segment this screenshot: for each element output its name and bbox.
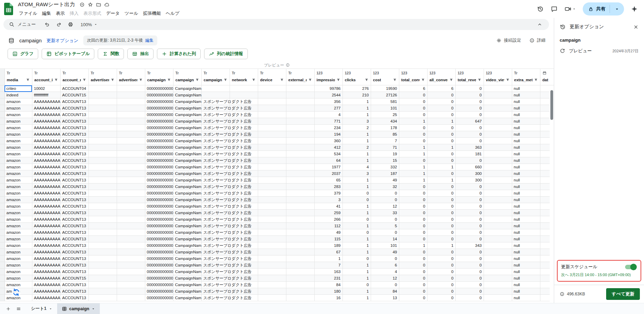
cell[interactable]: CampaignName_ xyxy=(173,269,201,275)
cell[interactable]: amazon xyxy=(4,210,32,216)
cell[interactable]: 1 xyxy=(399,164,427,170)
cell[interactable]: 0 xyxy=(427,255,455,262)
menu-item[interactable]: ファイル xyxy=(17,10,40,17)
cell[interactable]: CampaignName_ xyxy=(173,288,201,295)
cell[interactable]: amazon xyxy=(4,170,32,177)
cell[interactable]: 27126 xyxy=(371,92,399,98)
status-circle-icon[interactable] xyxy=(80,2,85,7)
cell[interactable]: 0000000000000 xyxy=(145,210,173,216)
cell[interactable]: 5 xyxy=(371,223,399,229)
cell[interactable] xyxy=(117,85,145,92)
cell[interactable] xyxy=(117,262,145,269)
cell[interactable]: CampaignName_ xyxy=(173,197,201,203)
connection-settings-button[interactable]: 接続設定 xyxy=(496,38,521,43)
cell[interactable]: 0 xyxy=(455,269,484,275)
cell[interactable]: 0 xyxy=(455,295,484,301)
cell[interactable]: 581 xyxy=(371,98,399,105)
cell[interactable]: 0000000000001 xyxy=(145,249,173,255)
cell[interactable] xyxy=(117,151,145,157)
cell[interactable]: 2037 xyxy=(314,170,342,177)
cell[interactable]: スポンサープロダクト広告 xyxy=(201,210,230,216)
cell[interactable]: CampaignName_ xyxy=(173,125,201,131)
cell[interactable] xyxy=(117,229,145,236)
cell[interactable]: 0 xyxy=(371,216,399,223)
cell[interactable] xyxy=(484,249,512,255)
cell[interactable]: AAAAAAAAAAAA xyxy=(32,236,60,242)
cell[interactable]: 4 xyxy=(314,112,342,118)
cell[interactable]: 0 xyxy=(399,288,427,295)
cell[interactable]: スポンサープロダクト広告 xyxy=(201,197,230,203)
cell[interactable] xyxy=(484,164,512,170)
cell[interactable]: 0 xyxy=(427,229,455,236)
cell[interactable] xyxy=(258,85,286,92)
cell[interactable]: null xyxy=(512,262,540,269)
cell[interactable] xyxy=(286,262,314,269)
cell[interactable]: 0000000000001 xyxy=(145,262,173,269)
cell[interactable] xyxy=(286,255,314,262)
cell[interactable]: 1 xyxy=(342,184,371,190)
cell[interactable]: ACCOUNT13 xyxy=(60,112,88,118)
cell[interactable]: 19590 xyxy=(371,85,399,92)
cell[interactable]: 7 xyxy=(314,262,342,269)
refresh-options-link[interactable]: 更新オプション xyxy=(46,38,78,44)
cell[interactable]: amazon xyxy=(4,262,32,269)
cell[interactable]: amazon xyxy=(4,190,32,197)
cell[interactable]: 0 xyxy=(399,112,427,118)
cell[interactable] xyxy=(286,282,314,288)
cell[interactable]: スポンサープロダクト広告 xyxy=(201,229,230,236)
cell[interactable]: スポンサープロダクト広告 xyxy=(201,138,230,144)
cell[interactable]: 0 xyxy=(427,203,455,210)
cell[interactable]: 0 xyxy=(455,223,484,229)
cell[interactable] xyxy=(484,288,512,295)
cell[interactable] xyxy=(88,105,117,112)
cell[interactable]: 0 xyxy=(455,236,484,242)
cell[interactable]: 16 xyxy=(314,295,342,301)
cell[interactable] xyxy=(88,242,117,249)
cell[interactable]: スポンサープロダクト広告 xyxy=(201,151,230,157)
cell[interactable]: AAAAAAAAAAAA xyxy=(32,203,60,210)
filter-icon[interactable] xyxy=(308,78,312,82)
cell[interactable]: 12 xyxy=(371,203,399,210)
cell[interactable]: スポンサープロダクト広告 xyxy=(201,170,230,177)
cell[interactable]: スポンサープロダクト広告 xyxy=(201,105,230,112)
cell[interactable] xyxy=(117,255,145,262)
cell[interactable] xyxy=(286,216,314,223)
cell[interactable]: 85 xyxy=(371,131,399,138)
cell[interactable]: 0 xyxy=(427,92,455,98)
cell[interactable]: AAAAAAAAAAAA xyxy=(32,282,60,288)
cell[interactable]: 0000000000001 xyxy=(145,282,173,288)
cell[interactable]: 0000000000000 xyxy=(145,197,173,203)
cell[interactable]: 0 xyxy=(399,249,427,255)
cell[interactable]: 0000000000000 xyxy=(145,92,173,98)
menu-item[interactable]: ツール xyxy=(122,10,141,17)
close-icon[interactable] xyxy=(633,24,638,30)
cell[interactable] xyxy=(286,236,314,242)
cell[interactable]: 534 xyxy=(314,151,342,157)
cell[interactable]: null xyxy=(512,255,540,262)
cell[interactable]: 115 xyxy=(314,236,342,242)
cell[interactable] xyxy=(88,177,117,184)
cell[interactable] xyxy=(286,138,314,144)
column-header[interactable]: dat xyxy=(540,69,554,85)
cell[interactable]: amazon xyxy=(4,229,32,236)
cell[interactable]: 14 xyxy=(371,236,399,242)
cell[interactable]: ACCOUNT13 xyxy=(60,138,88,144)
cell[interactable] xyxy=(117,236,145,242)
cell[interactable]: 194 xyxy=(314,131,342,138)
cell[interactable] xyxy=(258,131,286,138)
vertical-scrollbar[interactable] xyxy=(550,85,554,303)
cell[interactable]: 1 xyxy=(399,118,427,125)
cell[interactable]: CampaignName_ xyxy=(173,112,201,118)
cell[interactable] xyxy=(88,262,117,269)
cell[interactable] xyxy=(88,229,117,236)
cell[interactable]: null xyxy=(512,98,540,105)
cell[interactable]: 0 xyxy=(399,157,427,164)
cell[interactable]: 343 xyxy=(455,242,484,249)
cell[interactable]: 0 xyxy=(427,157,455,164)
cell[interactable]: CampaignName_ xyxy=(173,262,201,269)
cell[interactable]: 0 xyxy=(455,157,484,164)
cell[interactable]: ACCOUNT13 xyxy=(60,118,88,125)
filter-icon[interactable] xyxy=(534,78,538,82)
cell[interactable]: 0 xyxy=(371,197,399,203)
cell[interactable]: null xyxy=(512,216,540,223)
